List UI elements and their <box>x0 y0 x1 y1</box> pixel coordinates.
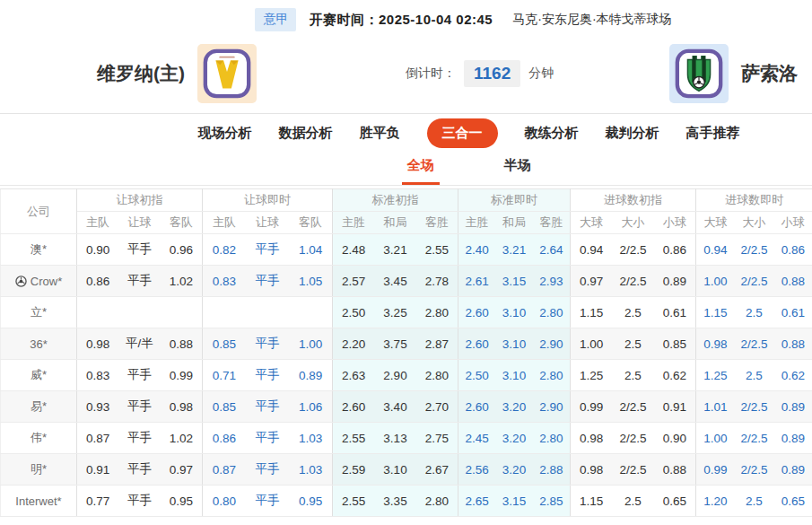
odds-cell: 0.89 <box>289 360 332 391</box>
odds-cell: 2.80 <box>416 360 458 391</box>
nav-tab-现场分析[interactable]: 现场分析 <box>198 125 252 142</box>
company-name[interactable]: 易* <box>1 391 77 423</box>
league-badge[interactable]: 意甲 <box>255 8 296 31</box>
company-name[interactable]: 威* <box>1 360 77 391</box>
odds-cell: 0.96 <box>161 234 203 266</box>
odds-cell: 2.88 <box>533 454 571 486</box>
company-name[interactable]: 澳* <box>1 234 77 266</box>
sub-header: 客队 <box>289 212 332 234</box>
sub-header: 主胜 <box>458 212 496 234</box>
group-header-标准即时: 标准即时 <box>458 189 571 212</box>
odds-cell: 2.65 <box>458 486 496 517</box>
odds-cell: 3.13 <box>374 423 416 454</box>
nav-tab-高手推荐[interactable]: 高手推荐 <box>686 125 740 142</box>
odds-cell: 3.10 <box>374 454 416 486</box>
odds-cell: 2.80 <box>416 486 458 517</box>
odds-cell: 0.86 <box>203 423 246 454</box>
sub-header: 大小 <box>735 212 773 234</box>
odds-cell <box>203 297 246 328</box>
nav-tab-裁判分析[interactable]: 裁判分析 <box>606 125 659 142</box>
sub-tab-全场[interactable]: 全场 <box>402 157 440 185</box>
company-name[interactable]: 立* <box>1 297 77 328</box>
odds-cell: 0.62 <box>773 360 812 391</box>
odds-cell: 平手 <box>118 486 161 517</box>
odds-cell: 2/2.5 <box>735 391 773 423</box>
odds-cell: 平手 <box>246 391 289 423</box>
nav-tab-胜平负[interactable]: 胜平负 <box>360 125 400 142</box>
odds-cell: 0.90 <box>77 234 119 266</box>
company-name[interactable]: Interwet* <box>1 486 77 517</box>
odds-cell: 3.25 <box>374 297 416 328</box>
nav-tab-数据分析[interactable]: 数据分析 <box>279 125 333 142</box>
odds-cell: 0.87 <box>77 423 119 454</box>
group-header-让球即时: 让球即时 <box>203 189 333 212</box>
odds-cell: 2.60 <box>458 297 496 328</box>
odds-cell: 2.90 <box>374 360 416 391</box>
countdown: 倒计时： 1162 分钟 <box>406 60 554 87</box>
odds-cell: 0.88 <box>161 328 203 360</box>
sub-header: 让球 <box>118 212 161 234</box>
odds-cell: 1.04 <box>289 234 332 266</box>
odds-cell: 0.95 <box>289 486 332 517</box>
sub-tab-半场[interactable]: 半场 <box>499 157 537 185</box>
odds-cell: 2.48 <box>333 234 375 266</box>
nav-tab-教练分析[interactable]: 教练分析 <box>525 125 579 142</box>
odds-cell: 0.83 <box>203 266 246 297</box>
match-info-bar: 意甲 开赛时间：2025-10-04 02:45 马克·安东尼奥·本特戈蒂球场 <box>57 0 812 34</box>
odds-cell: 0.91 <box>654 391 696 423</box>
company-name[interactable]: Crow* <box>1 266 77 297</box>
odds-cell: 0.97 <box>161 454 203 486</box>
sub-header: 大球 <box>695 212 734 234</box>
odds-cell: 2.5 <box>612 486 654 517</box>
sub-header: 主胜 <box>333 212 375 234</box>
company-name[interactable]: 明* <box>1 454 77 486</box>
nav-tab-三合一[interactable]: 三合一 <box>427 118 498 148</box>
odds-cell: 0.99 <box>695 454 734 486</box>
odds-cell: 1.02 <box>161 266 203 297</box>
sub-header: 小球 <box>773 212 812 234</box>
odds-cell: 0.89 <box>773 423 812 454</box>
odds-cell: 2.93 <box>533 266 571 297</box>
odds-cell: 3.35 <box>374 486 416 517</box>
odds-cell: 2.55 <box>333 423 375 454</box>
odds-cell: 0.95 <box>161 486 203 517</box>
odds-cell: 2/2.5 <box>735 423 773 454</box>
odds-cell: 0.61 <box>654 297 696 328</box>
odds-cell: 0.86 <box>77 266 119 297</box>
odds-row-威*: 威*0.83平手0.990.71平手0.892.632.902.802.503.… <box>1 360 812 391</box>
odds-cell: 0.90 <box>654 423 696 454</box>
odds-cell: 0.82 <box>203 234 246 266</box>
odds-cell <box>161 297 203 328</box>
match-header: 维罗纳(主) 倒计时： 1162 分钟 <box>0 34 812 113</box>
odds-cell: 2.85 <box>533 486 571 517</box>
odds-cell: 3.10 <box>495 328 533 360</box>
odds-cell: 0.65 <box>654 486 696 517</box>
analysis-nav-tabs: 现场分析数据分析胜平负三合一教练分析裁判分析高手推荐 <box>63 114 812 153</box>
company-column-header: 公司 <box>1 189 77 234</box>
odds-cell: 0.80 <box>203 486 246 517</box>
odds-cell: 平手 <box>118 454 161 486</box>
odds-cell: 3.75 <box>374 328 416 360</box>
odds-cell: 2.78 <box>416 266 458 297</box>
sub-header: 主队 <box>203 212 246 234</box>
odds-cell: 0.88 <box>654 454 696 486</box>
company-name[interactable]: 伟* <box>1 423 77 454</box>
odds-row-36*: 36*0.98平/半0.880.85平手1.002.203.752.872.60… <box>1 328 812 360</box>
odds-cell: 1.05 <box>289 266 332 297</box>
odds-cell: 0.94 <box>695 234 734 266</box>
odds-cell: 2/2.5 <box>735 454 773 486</box>
company-name[interactable]: 36* <box>1 328 77 360</box>
odds-cell: 2/2.5 <box>612 423 654 454</box>
odds-cell <box>77 297 119 328</box>
odds-cell: 1.25 <box>695 360 734 391</box>
odds-cell: 2.67 <box>416 454 458 486</box>
odds-cell: 0.98 <box>161 391 203 423</box>
odds-cell: 0.97 <box>571 266 613 297</box>
odds-cell: 平手 <box>118 391 161 423</box>
odds-cell: 3.20 <box>495 391 533 423</box>
odds-cell: 1.02 <box>161 423 203 454</box>
sub-header: 大球 <box>571 212 613 234</box>
odds-cell: 3.40 <box>374 391 416 423</box>
sub-header: 大小 <box>612 212 654 234</box>
odds-cell: 平手 <box>246 328 289 360</box>
